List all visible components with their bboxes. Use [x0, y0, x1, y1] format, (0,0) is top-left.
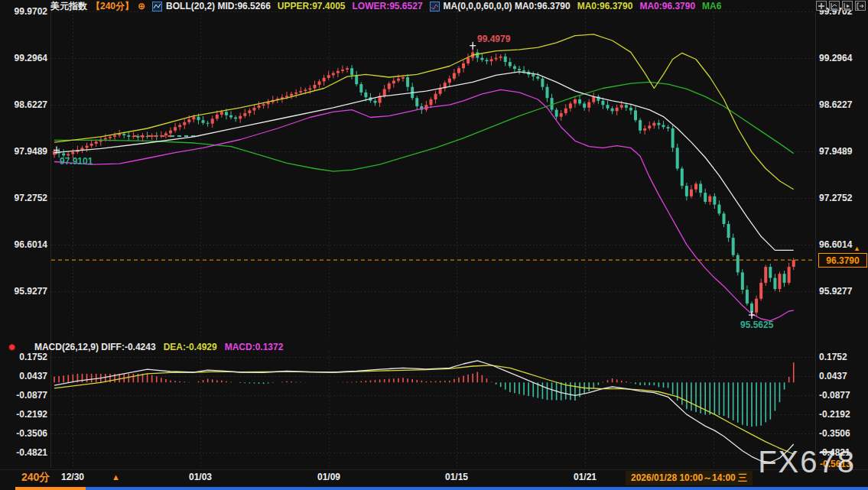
- red-sun-icon[interactable]: ✹: [8, 342, 16, 353]
- chart-toolbar: [816, 1, 866, 11]
- bottom-scrollbar[interactable]: [86, 487, 868, 490]
- boll-values-label: BOLL(20,2) MID:96.5266: [166, 1, 271, 11]
- macd-diff-label: MACD(26,12,9) DIFF:-0.4243: [34, 342, 156, 352]
- annotation-high-price: 99.4979: [477, 34, 510, 44]
- chart-pane-icon[interactable]: [829, 1, 840, 11]
- annotation-low-price: 95.5625: [740, 320, 773, 330]
- chart-window: 美元指数 【240分】 ⊕ BOLL(20,2) MID:96.5266 UPP…: [0, 0, 868, 490]
- candlestick-chart-canvas[interactable]: [0, 0, 868, 490]
- current-bar-timestamp[interactable]: 2026/01/28 10:00～14:00 三: [626, 471, 753, 485]
- period-label[interactable]: 【240分】: [91, 0, 134, 13]
- macd-header: ✹ MACD(26,12,9) DIFF:-0.4243 DEA:-0.4929…: [8, 342, 283, 352]
- boll-mid-line: [54, 72, 794, 251]
- period-tab-240min[interactable]: 240分: [21, 471, 50, 485]
- ma0-magenta-label: MA0:96.3790: [639, 1, 695, 11]
- boll-indicator-icon[interactable]: [152, 2, 162, 11]
- symbol-title: 美元指数: [50, 0, 87, 13]
- ma0-yellow-label: MA0:96.3790: [577, 1, 633, 11]
- ma-values-label: MA(0,0,0,60,0,0) MA0:96.3790: [444, 1, 571, 11]
- chart-forward-icon[interactable]: [842, 1, 853, 11]
- ma6-label: MA6: [702, 1, 721, 11]
- macd-dea-label: DEA:-0.4929: [164, 342, 217, 352]
- macd-hist-label: MACD:0.1372: [225, 342, 284, 352]
- fx678-watermark: FX678: [758, 445, 856, 479]
- candles-layer: [53, 44, 795, 317]
- period-up-arrow-icon[interactable]: ▲: [112, 472, 120, 482]
- boll-upper-label: UPPER:97.4005: [278, 1, 346, 11]
- boll-lower-label: LOWER:95.6527: [353, 1, 423, 11]
- ma-indicator-icon[interactable]: [430, 2, 440, 11]
- current-price-badge: 96.3790: [818, 253, 867, 268]
- macd-histogram-layer: [54, 362, 794, 427]
- boll-upper-line: [54, 34, 794, 190]
- ma60-line: [54, 82, 794, 171]
- add-icon[interactable]: ⊕: [138, 1, 145, 11]
- indicator-header: 美元指数 【240分】 ⊕ BOLL(20,2) MID:96.5266 UPP…: [50, 1, 721, 11]
- crosshair-icon[interactable]: [816, 1, 827, 11]
- exit-chart-icon[interactable]: [855, 1, 866, 11]
- extreme-cross-markers: [54, 42, 755, 319]
- macd-diff-line: [54, 361, 794, 462]
- price-up-arrow-icon: ▲: [853, 245, 860, 252]
- macd-dea-line: [54, 365, 794, 454]
- annotation-start-price: 97.9101: [60, 156, 93, 167]
- boll-lower-line: [54, 89, 794, 320]
- active-period-underline: [15, 487, 86, 490]
